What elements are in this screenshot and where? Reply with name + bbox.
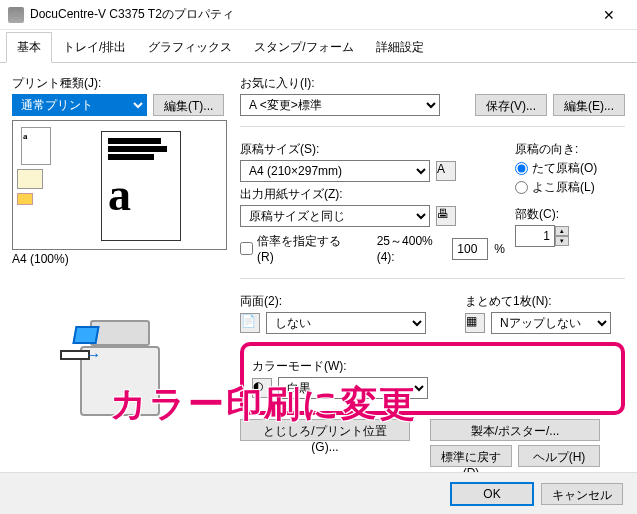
orient-portrait[interactable]: たて原稿(O) <box>515 160 625 177</box>
printer-icon <box>8 7 24 23</box>
size-icon[interactable]: A <box>436 161 456 181</box>
scale-checkbox[interactable]: 倍率を指定する(R) <box>240 233 351 264</box>
edit-type-button[interactable]: 編集(T)... <box>153 94 224 116</box>
copies-input[interactable] <box>515 225 555 247</box>
booklet-button[interactable]: 製本/ポスター/... <box>430 419 600 441</box>
output-icon[interactable]: 🖶 <box>436 206 456 226</box>
copies-down[interactable]: ▾ <box>555 236 569 246</box>
percent-label: % <box>494 242 505 256</box>
cancel-button[interactable]: キャンセル <box>541 483 623 505</box>
defaults-button[interactable]: 標準に戻す(D) <box>430 445 512 467</box>
scale-input[interactable] <box>452 238 488 260</box>
save-favorite-button[interactable]: 保存(V)... <box>475 94 547 116</box>
favorite-select[interactable]: A <変更>標準 <box>240 94 440 116</box>
duplex-select[interactable]: しない <box>266 312 426 334</box>
tab-advanced[interactable]: 詳細設定 <box>365 32 435 62</box>
nup-label: まとめて1枚(N): <box>465 293 625 310</box>
tab-basic[interactable]: 基本 <box>6 32 52 63</box>
thumb-icon-3 <box>17 193 33 205</box>
color-mode-select[interactable]: 白黒 <box>278 377 428 399</box>
window-title: DocuCentre-V C3375 T2のプロパティ <box>30 6 589 23</box>
orig-size-select[interactable]: A4 (210×297mm) <box>240 160 430 182</box>
duplex-icon: 📄 <box>240 313 260 333</box>
out-size-select[interactable]: 原稿サイズと同じ <box>240 205 430 227</box>
color-mode-label: カラーモード(W): <box>252 358 613 375</box>
copies-label: 部数(C): <box>515 206 625 223</box>
printer-illustration: → <box>60 286 180 416</box>
duplex-label: 両面(2): <box>240 293 455 310</box>
page-preview: a <box>101 131 181 241</box>
color-mode-highlight: カラーモード(W): ◐ 白黒 <box>240 342 625 415</box>
ok-button[interactable]: OK <box>451 483 533 505</box>
help-button[interactable]: ヘルプ(H) <box>518 445 600 467</box>
copies-up[interactable]: ▴ <box>555 226 569 236</box>
edit-favorite-button[interactable]: 編集(E)... <box>553 94 625 116</box>
preview-pane: a a <box>12 120 227 250</box>
orient-landscape[interactable]: よこ原稿(L) <box>515 179 625 196</box>
copies-spinner[interactable]: ▴▾ <box>515 225 569 247</box>
orient-label: 原稿の向き: <box>515 141 625 158</box>
nup-select[interactable]: Nアップしない <box>491 312 611 334</box>
print-type-label: プリント種類(J): <box>12 75 227 92</box>
tab-bar: 基本 トレイ/排出 グラフィックス スタンプ/フォーム 詳細設定 <box>0 30 637 63</box>
color-mode-icon: ◐ <box>252 378 272 398</box>
thumb-icon: a <box>21 127 51 165</box>
binding-button[interactable]: とじしろ/プリント位置(G)... <box>240 419 410 441</box>
preview-caption: A4 (100%) <box>12 252 227 266</box>
tab-stamp[interactable]: スタンプ/フォーム <box>243 32 364 62</box>
print-type-select[interactable]: 通常プリント <box>12 94 147 116</box>
out-size-label: 出力用紙サイズ(Z): <box>240 186 505 203</box>
tab-graphics[interactable]: グラフィックス <box>137 32 243 62</box>
thumb-icon-2 <box>17 169 43 189</box>
scale-range-label: 25～400%(4): <box>377 233 447 264</box>
nup-icon: ▦ <box>465 313 485 333</box>
favorite-label: お気に入り(I): <box>240 75 625 92</box>
tab-tray[interactable]: トレイ/排出 <box>52 32 137 62</box>
orig-size-label: 原稿サイズ(S): <box>240 141 505 158</box>
close-button[interactable]: ✕ <box>589 1 629 29</box>
